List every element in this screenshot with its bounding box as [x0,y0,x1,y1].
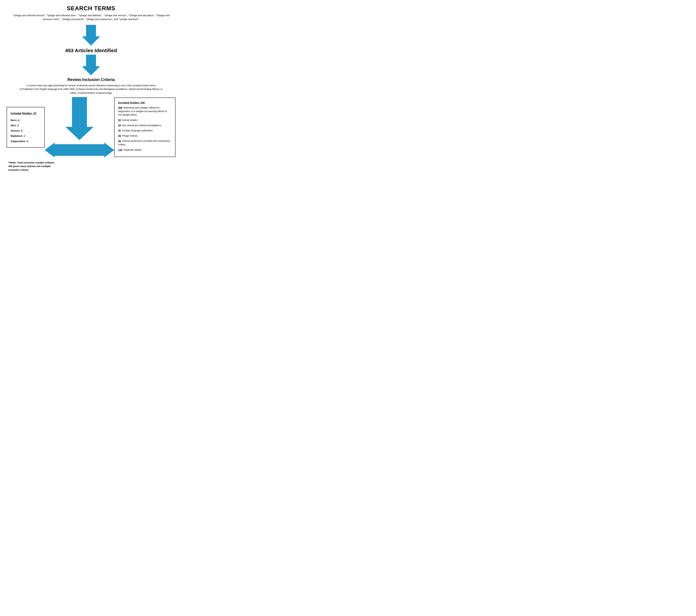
excluded-num-308: 308 [118,106,122,109]
excluded-item-36b: 36: Clinical syndromes not within the in… [118,139,172,147]
excluded-item-51: 51: Foreign language publication [118,129,172,133]
excluded-text-36b: : Clinical syndromes not within the incl… [118,140,170,146]
excluded-text-119: : Duplicate articles [122,149,142,151]
big-arrow-down [65,97,94,140]
excluded-item-43: 43: Non animal pre-clinical investigatio… [118,124,172,127]
horizontal-arrow [45,142,114,157]
excluded-num-43: 43 [118,124,121,127]
review-criteria-text: 1) Human trials (any age) presenting for… [17,83,165,95]
included-studies-box: Included Studies: 13 Burn: 4 DFU: 2 Veno… [6,107,45,148]
middle-section: Included Studies: 13 Burn: 4 DFU: 2 Veno… [6,97,175,157]
excluded-num-36b: 36 [118,140,121,142]
search-terms-text: "*phage and infected wound", "*phage and… [12,14,170,21]
excluded-text-36a: : Phage reviews [121,135,138,137]
excluded-num-36a: 36 [118,135,121,137]
excluded-num-25: 25 [118,119,121,121]
included-item-dfu: DFU: 2 [11,123,41,128]
excluded-item-36a: 36: Phage reviews [118,134,172,138]
page-title: SEARCH TERMS [6,5,175,12]
excluded-text-43: : Non animal pre-clinical investigations [121,124,161,127]
excluded-box-title: Excluded Studies: 440 [118,101,172,104]
excluded-text-25: : Animal studies [121,119,138,121]
articles-identified: 453 Articles Identified [65,47,117,53]
note-text: **Note: Total exclusion number eclipses … [8,161,58,172]
excluded-item-25: 25: Animal studies [118,119,172,122]
excluded-text-51: : Foreign language publication [121,129,153,132]
arrow-down-1 [82,25,100,46]
review-inclusion-title: Review Inclusion Criteria [67,77,114,82]
arrow-down-2 [82,55,100,75]
included-item-burn: Burn: 4 [11,118,41,123]
included-item-venous: Venous: 2 [11,128,41,133]
excluded-studies-box: Excluded Studies: 440 308: Reporting upo… [114,97,175,157]
included-item-radiation: Radiation: 1 [11,133,41,139]
included-item-suppurative: Suppurative: 4 [11,139,41,144]
excluded-item-308: 308: Reporting upon phages utilized as d… [118,106,172,117]
flowchart: 453 Articles Identified Review Inclusion… [6,24,175,172]
excluded-text-308: : Reporting upon phages utilized as diag… [118,106,167,116]
included-box-title: Included Studies: 13 [11,111,41,116]
center-arrows [45,97,114,157]
excluded-num-119: 119 [118,149,122,151]
excluded-num-51: 51 [118,129,121,132]
excluded-item-119: 119: Duplicate articles [118,148,172,152]
